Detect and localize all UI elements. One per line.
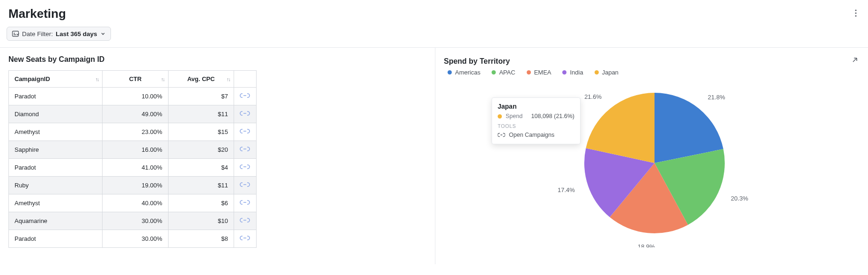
date-filter-label: Date Filter: [22,30,53,37]
legend-item-emea[interactable]: EMEA [527,69,552,76]
campaign-table: CampaignID↑↓ CTR↑↓ Avg. CPC↑↓ Paradot10.… [8,70,257,248]
col-header-ctr[interactable]: CTR↑↓ [103,71,168,88]
link-icon [240,235,250,241]
svg-rect-3 [13,31,19,37]
page-title: Marketing [8,7,66,21]
pie-chart[interactable]: 21.8%20.3%18.9%17.4%21.6% [556,79,818,249]
tooltip-metric-label: Spend [506,113,522,119]
cell-cpc: $4 [168,159,234,177]
date-filter-value: Last 365 days [56,30,97,37]
row-link-button[interactable] [240,235,250,241]
panel-title-left: New Seats by Campaign ID [8,55,427,64]
row-link-button[interactable] [240,128,250,134]
legend-label: Japan [602,69,618,76]
col-header-actions [234,71,256,88]
row-link-button[interactable] [240,92,250,99]
legend-label: Americas [455,69,480,76]
cell-campaignid: Paradot [9,88,103,105]
link-icon [240,164,250,170]
table-row[interactable]: Aquamarine30.00%$10 [9,212,257,230]
cell-campaignid: Diamond [9,105,103,123]
table-row[interactable]: Amethyst40.00%$6 [9,194,257,212]
cell-campaignid: Paradot [9,230,103,248]
pie-label: 17.4% [558,186,575,193]
cell-campaignid: Amethyst [9,123,103,141]
row-link-button[interactable] [240,164,250,170]
date-filter-chip[interactable]: Date Filter: Last 365 days [7,27,111,41]
kebab-icon [855,9,857,17]
cell-campaignid: Paradot [9,159,103,177]
cell-ctr: 10.00% [103,88,168,105]
expand-icon [851,57,858,64]
link-icon [240,199,250,206]
cell-cpc: $11 [168,105,234,123]
expand-panel-button[interactable] [849,55,860,67]
cell-ctr: 16.00% [103,141,168,159]
legend-dot [595,70,599,74]
panel-title-right: Spend by Territory [444,57,510,66]
table-row[interactable]: Paradot30.00%$8 [9,230,257,248]
col-header-cpc[interactable]: Avg. CPC↑↓ [168,71,234,88]
legend-label: APAC [499,69,515,76]
link-icon [240,128,250,134]
legend-dot [562,70,566,74]
cell-cpc: $10 [168,212,234,230]
sort-icon: ↑↓ [95,76,98,82]
link-icon [240,110,250,117]
table-row[interactable]: Paradot41.00%$4 [9,159,257,177]
table-row[interactable]: Ruby19.00%$11 [9,177,257,194]
table-row[interactable]: Paradot10.00%$7 [9,88,257,105]
panel-new-seats: New Seats by Campaign ID CampaignID↑↓ CT… [0,48,435,264]
col-header-campaignid[interactable]: CampaignID↑↓ [9,71,103,88]
legend-item-india[interactable]: India [562,69,583,76]
link-icon [498,133,505,137]
cell-cpc: $20 [168,141,234,159]
legend-dot [492,70,496,74]
cell-ctr: 40.00% [103,194,168,212]
cell-ctr: 49.00% [103,105,168,123]
cell-ctr: 30.00% [103,212,168,230]
cell-campaignid: Ruby [9,177,103,194]
cell-ctr: 30.00% [103,230,168,248]
filter-icon [12,30,19,37]
legend-dot [527,70,531,74]
pie-label: 20.3% [731,195,748,202]
panel-spend: Spend by Territory AmericasAPACEMEAIndia… [435,48,868,264]
legend-item-americas[interactable]: Americas [448,69,480,76]
table-row[interactable]: Amethyst23.00%$15 [9,123,257,141]
legend-item-japan[interactable]: Japan [595,69,618,76]
svg-point-2 [855,15,856,16]
cell-cpc: $7 [168,88,234,105]
table-row[interactable]: Sapphire16.00%$20 [9,141,257,159]
table-row[interactable]: Diamond49.00%$11 [9,105,257,123]
row-link-button[interactable] [240,217,250,223]
legend-dot [448,70,452,74]
pie-label: 18.9% [638,243,655,247]
link-icon [240,146,250,152]
cell-ctr: 19.00% [103,177,168,194]
svg-point-0 [855,9,856,11]
cell-campaignid: Amethyst [9,194,103,212]
chart-legend: AmericasAPACEMEAIndiaJapan [444,67,860,76]
pie-label: 21.6% [584,93,602,100]
link-icon [240,181,250,188]
legend-item-apac[interactable]: APAC [492,69,515,76]
row-link-button[interactable] [240,199,250,206]
row-link-button[interactable] [240,146,250,152]
cell-cpc: $11 [168,177,234,194]
legend-label: India [570,69,583,76]
row-link-button[interactable] [240,181,250,188]
cell-cpc: $15 [168,123,234,141]
link-icon [240,217,250,223]
chevron-down-icon [100,31,106,37]
pie-label: 21.8% [708,94,725,101]
more-menu-button[interactable] [852,7,860,20]
tooltip-dot [498,114,502,119]
cell-cpc: $8 [168,230,234,248]
cell-campaignid: Aquamarine [9,212,103,230]
link-icon [240,92,250,99]
sort-icon: ↑↓ [161,76,164,82]
row-link-button[interactable] [240,110,250,117]
cell-ctr: 41.00% [103,159,168,177]
legend-label: EMEA [534,69,552,76]
